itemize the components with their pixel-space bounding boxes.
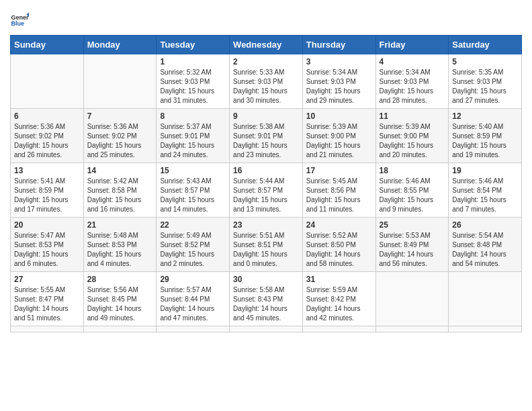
day-info: Sunrise: 5:56 AMSunset: 8:45 PMDaylight:… bbox=[87, 285, 153, 323]
logo: General Blue bbox=[10, 11, 29, 30]
day-info: Sunrise: 5:46 AMSunset: 8:55 PMDaylight:… bbox=[380, 177, 445, 214]
day-cell-8: 8Sunrise: 5:37 AMSunset: 9:01 PMDaylight… bbox=[157, 109, 230, 163]
day-cell-31: 31Sunrise: 5:59 AMSunset: 8:42 PMDayligh… bbox=[302, 272, 375, 326]
day-number: 1 bbox=[160, 57, 226, 66]
day-number: 10 bbox=[306, 111, 372, 121]
day-cell-26: 26Sunrise: 5:54 AMSunset: 8:48 PMDayligh… bbox=[449, 218, 522, 272]
day-cell-5: 5Sunrise: 5:35 AMSunset: 9:03 PMDaylight… bbox=[449, 54, 522, 109]
day-number: 3 bbox=[306, 57, 372, 66]
day-info: Sunrise: 5:51 AMSunset: 8:51 PMDaylight:… bbox=[233, 231, 299, 269]
day-info: Sunrise: 5:40 AMSunset: 8:59 PMDaylight:… bbox=[452, 122, 518, 160]
day-number: 4 bbox=[380, 57, 445, 66]
day-cell-4: 4Sunrise: 5:34 AMSunset: 9:03 PMDaylight… bbox=[375, 54, 449, 109]
weekday-friday: Friday bbox=[375, 36, 449, 54]
day-cell-15: 15Sunrise: 5:43 AMSunset: 8:57 PMDayligh… bbox=[157, 163, 230, 218]
day-cell-13: 13Sunrise: 5:41 AMSunset: 8:59 PMDayligh… bbox=[11, 163, 84, 218]
empty-cell bbox=[11, 326, 84, 332]
day-info: Sunrise: 5:42 AMSunset: 8:58 PMDaylight:… bbox=[87, 177, 153, 214]
day-cell-23: 23Sunrise: 5:51 AMSunset: 8:51 PMDayligh… bbox=[230, 218, 303, 272]
svg-text:General: General bbox=[11, 14, 29, 21]
day-cell-12: 12Sunrise: 5:40 AMSunset: 8:59 PMDayligh… bbox=[449, 109, 522, 163]
day-cell-17: 17Sunrise: 5:45 AMSunset: 8:56 PMDayligh… bbox=[302, 163, 375, 218]
day-cell-18: 18Sunrise: 5:46 AMSunset: 8:55 PMDayligh… bbox=[375, 163, 449, 218]
day-number: 9 bbox=[233, 111, 299, 121]
day-info: Sunrise: 5:52 AMSunset: 8:50 PMDaylight:… bbox=[306, 231, 372, 269]
day-info: Sunrise: 5:39 AMSunset: 9:00 PMDaylight:… bbox=[306, 122, 372, 160]
empty-cell bbox=[449, 272, 522, 326]
empty-cell bbox=[83, 326, 157, 332]
empty-cell bbox=[83, 54, 157, 109]
calendar-week-row: 13Sunrise: 5:41 AMSunset: 8:59 PMDayligh… bbox=[11, 163, 522, 218]
day-info: Sunrise: 5:43 AMSunset: 8:57 PMDaylight:… bbox=[160, 177, 226, 214]
empty-cell bbox=[11, 54, 84, 109]
weekday-sunday: Sunday bbox=[11, 36, 84, 54]
day-info: Sunrise: 5:36 AMSunset: 9:02 PMDaylight:… bbox=[87, 122, 153, 160]
day-number: 12 bbox=[452, 111, 518, 121]
empty-cell bbox=[302, 326, 375, 332]
day-info: Sunrise: 5:34 AMSunset: 9:03 PMDaylight:… bbox=[380, 68, 445, 105]
day-cell-21: 21Sunrise: 5:48 AMSunset: 8:53 PMDayligh… bbox=[83, 218, 157, 272]
weekday-monday: Monday bbox=[83, 36, 157, 54]
day-info: Sunrise: 5:49 AMSunset: 8:52 PMDaylight:… bbox=[160, 231, 226, 269]
day-info: Sunrise: 5:59 AMSunset: 8:42 PMDaylight:… bbox=[306, 285, 372, 323]
day-info: Sunrise: 5:32 AMSunset: 9:03 PMDaylight:… bbox=[160, 68, 226, 105]
day-number: 8 bbox=[160, 111, 226, 121]
calendar-week-row: 27Sunrise: 5:55 AMSunset: 8:47 PMDayligh… bbox=[11, 272, 522, 326]
day-cell-20: 20Sunrise: 5:47 AMSunset: 8:53 PMDayligh… bbox=[11, 218, 84, 272]
day-cell-11: 11Sunrise: 5:39 AMSunset: 9:00 PMDayligh… bbox=[375, 109, 449, 163]
calendar-week-row: 6Sunrise: 5:36 AMSunset: 9:02 PMDaylight… bbox=[11, 109, 522, 163]
day-info: Sunrise: 5:48 AMSunset: 8:53 PMDaylight:… bbox=[87, 231, 153, 269]
day-number: 11 bbox=[380, 111, 445, 121]
day-info: Sunrise: 5:46 AMSunset: 8:54 PMDaylight:… bbox=[452, 177, 518, 214]
day-info: Sunrise: 5:55 AMSunset: 8:47 PMDaylight:… bbox=[14, 285, 80, 323]
day-info: Sunrise: 5:33 AMSunset: 9:03 PMDaylight:… bbox=[233, 68, 299, 105]
day-number: 15 bbox=[160, 166, 226, 175]
day-number: 5 bbox=[452, 57, 518, 66]
calendar-week-row: 1Sunrise: 5:32 AMSunset: 9:03 PMDaylight… bbox=[11, 54, 522, 109]
empty-cell bbox=[375, 272, 449, 326]
empty-cell bbox=[375, 326, 449, 332]
day-cell-10: 10Sunrise: 5:39 AMSunset: 9:00 PMDayligh… bbox=[302, 109, 375, 163]
day-number: 2 bbox=[233, 57, 299, 66]
day-info: Sunrise: 5:39 AMSunset: 9:00 PMDaylight:… bbox=[380, 122, 445, 160]
day-cell-27: 27Sunrise: 5:55 AMSunset: 8:47 PMDayligh… bbox=[11, 272, 84, 326]
day-cell-1: 1Sunrise: 5:32 AMSunset: 9:03 PMDaylight… bbox=[157, 54, 230, 109]
day-number: 14 bbox=[87, 166, 153, 175]
weekday-thursday: Thursday bbox=[302, 36, 375, 54]
day-cell-28: 28Sunrise: 5:56 AMSunset: 8:45 PMDayligh… bbox=[83, 272, 157, 326]
day-number: 26 bbox=[452, 220, 518, 230]
day-cell-14: 14Sunrise: 5:42 AMSunset: 8:58 PMDayligh… bbox=[83, 163, 157, 218]
day-number: 7 bbox=[87, 111, 153, 121]
header: General Blue bbox=[10, 7, 522, 30]
day-cell-25: 25Sunrise: 5:53 AMSunset: 8:49 PMDayligh… bbox=[375, 218, 449, 272]
day-cell-22: 22Sunrise: 5:49 AMSunset: 8:52 PMDayligh… bbox=[157, 218, 230, 272]
day-cell-16: 16Sunrise: 5:44 AMSunset: 8:57 PMDayligh… bbox=[230, 163, 303, 218]
day-cell-30: 30Sunrise: 5:58 AMSunset: 8:43 PMDayligh… bbox=[230, 272, 303, 326]
day-number: 28 bbox=[87, 275, 153, 284]
day-number: 17 bbox=[306, 166, 372, 175]
day-number: 16 bbox=[233, 166, 299, 175]
calendar: SundayMondayTuesdayWednesdayThursdayFrid… bbox=[10, 35, 522, 332]
logo-icon: General Blue bbox=[10, 11, 29, 30]
weekday-tuesday: Tuesday bbox=[157, 36, 230, 54]
day-cell-9: 9Sunrise: 5:38 AMSunset: 9:01 PMDaylight… bbox=[230, 109, 303, 163]
empty-cell bbox=[157, 326, 230, 332]
day-number: 31 bbox=[306, 275, 372, 284]
day-info: Sunrise: 5:41 AMSunset: 8:59 PMDaylight:… bbox=[14, 177, 80, 214]
empty-cell bbox=[230, 326, 303, 332]
day-number: 19 bbox=[452, 166, 518, 175]
day-number: 27 bbox=[14, 275, 80, 284]
weekday-saturday: Saturday bbox=[449, 36, 522, 54]
day-number: 18 bbox=[380, 166, 445, 175]
day-info: Sunrise: 5:34 AMSunset: 9:03 PMDaylight:… bbox=[306, 68, 372, 105]
day-cell-24: 24Sunrise: 5:52 AMSunset: 8:50 PMDayligh… bbox=[302, 218, 375, 272]
day-info: Sunrise: 5:36 AMSunset: 9:02 PMDaylight:… bbox=[14, 122, 80, 160]
day-info: Sunrise: 5:53 AMSunset: 8:49 PMDaylight:… bbox=[380, 231, 445, 269]
day-cell-3: 3Sunrise: 5:34 AMSunset: 9:03 PMDaylight… bbox=[302, 54, 375, 109]
day-info: Sunrise: 5:47 AMSunset: 8:53 PMDaylight:… bbox=[14, 231, 80, 269]
day-info: Sunrise: 5:58 AMSunset: 8:43 PMDaylight:… bbox=[233, 285, 299, 323]
day-cell-29: 29Sunrise: 5:57 AMSunset: 8:44 PMDayligh… bbox=[157, 272, 230, 326]
day-info: Sunrise: 5:44 AMSunset: 8:57 PMDaylight:… bbox=[233, 177, 299, 214]
day-number: 24 bbox=[306, 220, 372, 230]
calendar-week-row bbox=[11, 326, 522, 332]
